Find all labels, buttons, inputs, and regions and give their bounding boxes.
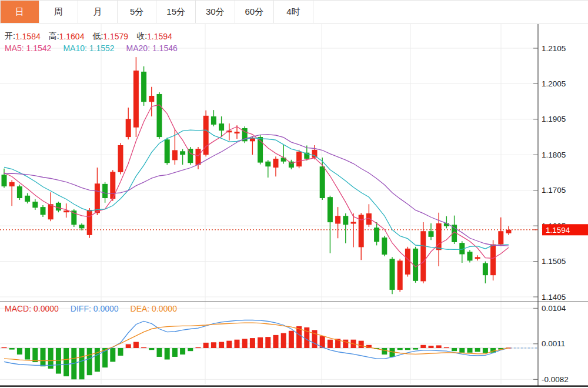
candle-body	[506, 230, 512, 233]
macd-hist-bar	[359, 341, 364, 348]
ohlc-label-1: 高:	[49, 31, 59, 42]
macd-axis-label: 0.0104	[542, 304, 566, 313]
candle-body	[48, 204, 54, 219]
candle-body	[498, 231, 503, 244]
timeframe-tab-4[interactable]: 15分	[156, 1, 196, 23]
price-axis-label: 1.1905	[542, 115, 566, 123]
macd-hist-bar	[265, 337, 270, 348]
chart-bottom-border	[0, 386, 588, 387]
macd-hist-bar	[25, 348, 30, 360]
macd-hist-bar	[211, 342, 216, 348]
candle-body	[17, 186, 22, 198]
candle-body	[126, 119, 131, 137]
candle-body	[467, 252, 473, 260]
macd-legend: MACD: 0.0000DIFF: 0.0000DEA: 0.0000	[5, 304, 189, 313]
candle-body	[118, 145, 123, 172]
macd-hist-bar	[118, 348, 123, 356]
macd-hist-bar	[165, 348, 170, 360]
candle-body	[335, 216, 340, 223]
ma5-line	[4, 105, 509, 267]
timeframe-tab-5[interactable]: 30分	[196, 1, 235, 23]
macd-hist-bar	[172, 348, 178, 357]
macd-hist-bar	[149, 348, 154, 350]
ohlc-legend: 开:1.1584高:1.1604低:1.1579收:1.1594	[5, 31, 181, 42]
candle-body	[273, 159, 279, 168]
macd-hist-bar	[250, 338, 255, 348]
candle-body	[56, 203, 61, 210]
candle-body	[180, 151, 185, 155]
macd-hist-bar	[126, 344, 131, 348]
macd-axis-label: -0.0082	[542, 375, 569, 384]
candle-body	[25, 196, 30, 202]
candle-body	[397, 260, 403, 290]
timeframe-tab-7[interactable]: 4时	[274, 1, 313, 23]
ohlc-label-2: 低:	[92, 31, 103, 42]
macd-hist-bar	[157, 348, 162, 357]
price-axis-label: 1.1405	[542, 293, 566, 302]
candle-body	[32, 202, 38, 208]
macd-hist-bar	[196, 347, 201, 348]
candle-body	[235, 132, 240, 133]
macd-hist-bar	[9, 348, 15, 350]
ohlc-value-2: 1.1579	[103, 32, 128, 41]
macd-hist-bar	[180, 348, 185, 354]
timeframe-tab-3[interactable]: 5分	[118, 1, 157, 23]
macd-hist-bar	[436, 345, 442, 348]
macd-hist-bar	[420, 345, 426, 348]
candle-body	[149, 96, 154, 102]
macd-hist-bar	[141, 347, 146, 348]
timeframe-tab-0[interactable]: 日	[0, 1, 39, 23]
candle-body	[281, 158, 286, 162]
candle-body	[374, 228, 379, 242]
candle-body	[328, 197, 333, 222]
candle-body	[64, 210, 69, 212]
last-price-tag-label: 1.1594	[546, 226, 570, 235]
macd-hist-bar	[188, 348, 193, 351]
candle-body	[483, 263, 488, 276]
price-axis-label: 1.1805	[542, 150, 566, 159]
macd-hist-bar	[328, 340, 333, 348]
macd-hist-bar	[475, 348, 480, 352]
macd-hist-bar	[444, 347, 449, 348]
candle-body	[351, 222, 356, 224]
macd-hist-bar	[133, 342, 139, 348]
timeframe-tab-6[interactable]: 60分	[235, 1, 275, 23]
candle-body	[382, 238, 387, 255]
candle-body	[405, 249, 410, 275]
candle-body	[475, 257, 480, 259]
macd-hist-bar	[258, 337, 263, 348]
ma-legend-item-2: MA20: 1.1546	[126, 44, 178, 53]
candle-body	[296, 152, 302, 166]
price-axis-label: 1.1505	[542, 257, 566, 266]
timeframe-tab-1[interactable]: 周	[39, 1, 79, 23]
macd-hist-bar	[110, 348, 115, 362]
macd-hist-bar	[242, 339, 248, 348]
macd-axis-label: 0.0011	[542, 339, 565, 348]
ohlc-label-0: 开:	[5, 31, 15, 42]
candle-body	[429, 231, 434, 237]
candle-body	[390, 259, 395, 290]
macd-hist-bar	[273, 335, 279, 348]
macd-legend-item-2: DEA: 0.0000	[131, 304, 177, 313]
ohlc-value-0: 1.1584	[15, 32, 41, 41]
candle-body	[141, 72, 146, 102]
candlestick-chart[interactable]: 1.21051.20051.19051.18051.17051.16051.15…	[0, 24, 588, 388]
candle-body	[41, 207, 46, 215]
macd-hist-bar	[56, 348, 61, 374]
candle-body	[265, 162, 270, 166]
candle-body	[133, 71, 139, 128]
candle-body	[9, 182, 15, 186]
timeframe-tab-2[interactable]: 月	[78, 1, 118, 23]
candle-body	[211, 116, 216, 125]
macd-hist-bar	[87, 348, 92, 375]
macd-hist-bar	[32, 348, 38, 362]
price-axis-label: 1.1705	[542, 186, 566, 195]
ma-legend: MA5: 1.1542MA10: 1.1552MA20: 1.1546	[5, 44, 189, 53]
macd-hist-bar	[203, 343, 209, 348]
candle-body	[102, 184, 108, 198]
macd-hist-bar	[343, 340, 348, 348]
ma-legend-item-1: MA10: 1.1552	[63, 44, 114, 53]
macd-hist-bar	[281, 333, 286, 348]
candle-body	[196, 149, 201, 165]
macd-hist-bar	[226, 341, 232, 348]
